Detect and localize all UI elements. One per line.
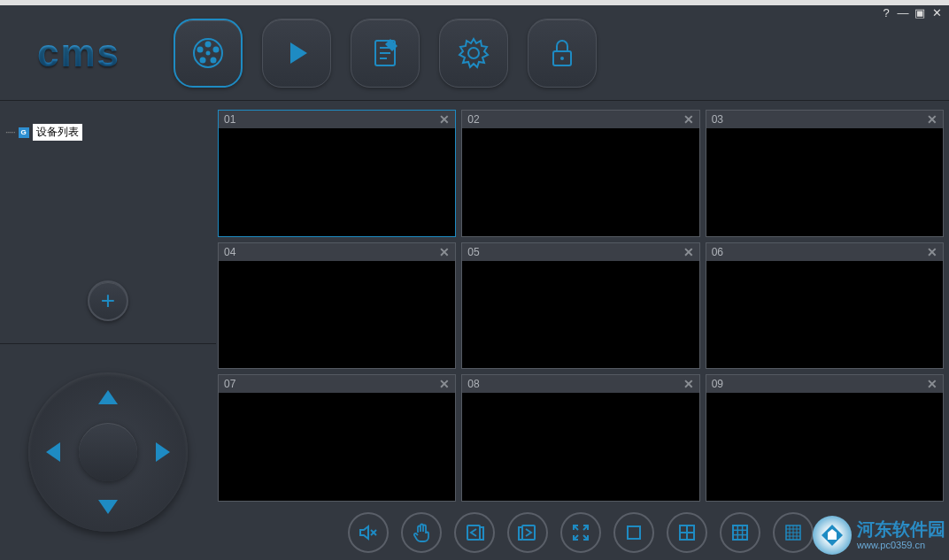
- video-cell-header: 05✕: [462, 243, 698, 261]
- video-cell-header: 06✕: [706, 243, 943, 261]
- video-cell-03[interactable]: 03✕: [706, 110, 944, 237]
- hand-icon: [411, 522, 432, 543]
- ptz-left-button[interactable]: [46, 442, 60, 462]
- svg-point-3: [211, 57, 217, 63]
- video-cell-id: 04: [224, 246, 235, 258]
- page-prev-icon: [464, 522, 485, 543]
- video-cell-09[interactable]: 09✕: [706, 374, 944, 502]
- prev-page-button[interactable]: [454, 512, 495, 553]
- minimize-button[interactable]: —: [896, 5, 910, 19]
- video-cell-header: 09✕: [706, 375, 943, 393]
- video-cell-close-button[interactable]: ✕: [927, 112, 937, 127]
- arrow-up-icon: [98, 390, 118, 404]
- app-header: cms: [0, 5, 949, 101]
- svg-point-1: [205, 41, 212, 47]
- svg-rect-16: [467, 525, 480, 540]
- device-group-icon: G: [19, 127, 29, 138]
- device-list-label: 设备列表: [33, 124, 82, 141]
- device-list-root[interactable]: ······ G 设备列表: [5, 124, 211, 141]
- video-cell-id: 05: [467, 246, 479, 258]
- tree-expand-dots: ······: [5, 127, 15, 137]
- fullscreen-button[interactable]: [560, 512, 601, 553]
- nav-settings-button[interactable]: [439, 19, 508, 88]
- video-cell-header: 02✕: [462, 111, 698, 128]
- video-cell-05[interactable]: 05✕: [461, 242, 699, 370]
- video-cell-close-button[interactable]: ✕: [927, 377, 937, 391]
- help-button[interactable]: ?: [879, 5, 893, 19]
- video-cell-07[interactable]: 07✕: [218, 374, 456, 502]
- ptz-down-button[interactable]: [98, 500, 118, 514]
- hand-button[interactable]: [401, 512, 442, 553]
- video-cell-id: 03: [712, 113, 723, 126]
- window-controls: ? — ▣ ✕: [879, 5, 944, 19]
- fullscreen-icon: [570, 522, 591, 543]
- mute-button[interactable]: [348, 512, 389, 553]
- layout-4-button[interactable]: [667, 512, 707, 553]
- maximize-button[interactable]: ▣: [913, 5, 927, 19]
- video-cell-close-button[interactable]: ✕: [439, 245, 450, 259]
- video-cell-close-button[interactable]: ✕: [683, 245, 694, 259]
- gear-icon: [456, 35, 491, 71]
- video-cell-08[interactable]: 08✕: [461, 374, 699, 502]
- lock-icon: [544, 35, 580, 71]
- layout-single-icon: [623, 522, 644, 543]
- layout-more-button[interactable]: [773, 512, 814, 553]
- video-cell-close-button[interactable]: ✕: [927, 245, 937, 259]
- main-nav: [174, 19, 597, 88]
- svg-rect-18: [628, 526, 640, 539]
- add-device-button[interactable]: +: [88, 280, 128, 321]
- layout-quad-icon: [676, 522, 698, 543]
- svg-point-5: [197, 46, 204, 52]
- nav-log-button[interactable]: [351, 19, 420, 88]
- nav-play-button[interactable]: [262, 19, 331, 88]
- nav-lock-button[interactable]: [528, 19, 597, 88]
- svg-point-13: [560, 57, 564, 60]
- video-cell-02[interactable]: 02✕: [461, 110, 699, 237]
- film-reel-icon: [190, 35, 226, 71]
- video-cell-header: 01✕: [219, 111, 455, 128]
- video-cell-id: 08: [467, 378, 479, 390]
- video-cell-header: 04✕: [219, 243, 455, 261]
- next-page-button[interactable]: [507, 512, 548, 553]
- ptz-up-button[interactable]: [98, 390, 118, 404]
- svg-rect-22: [733, 525, 747, 540]
- video-cell-header: 08✕: [462, 375, 698, 393]
- arrow-left-icon: [46, 442, 60, 462]
- document-edit-icon: [367, 35, 403, 71]
- sidebar: ······ G 设备列表 +: [0, 101, 216, 560]
- video-cell-01[interactable]: 01✕: [218, 110, 456, 237]
- svg-point-11: [468, 48, 479, 58]
- video-cell-header: 07✕: [219, 375, 455, 393]
- svg-rect-17: [522, 525, 535, 540]
- video-cell-id: 01: [224, 113, 235, 126]
- video-cell-id: 06: [712, 246, 723, 258]
- play-icon: [279, 35, 314, 71]
- video-cell-close-button[interactable]: ✕: [439, 377, 450, 391]
- video-cell-06[interactable]: 06✕: [706, 242, 944, 370]
- video-cell-close-button[interactable]: ✕: [683, 112, 694, 127]
- ptz-control: [0, 344, 216, 560]
- arrow-right-icon: [156, 442, 170, 462]
- video-cell-04[interactable]: 04✕: [218, 242, 456, 370]
- video-cell-close-button[interactable]: ✕: [439, 112, 450, 127]
- bottom-toolbar: [218, 502, 944, 555]
- content-area: 01✕02✕03✕04✕05✕06✕07✕08✕09✕: [216, 101, 949, 560]
- arrow-down-icon: [98, 500, 118, 514]
- layout-nine-icon: [729, 522, 751, 543]
- ptz-center-button[interactable]: [79, 423, 137, 481]
- svg-point-4: [200, 57, 206, 63]
- speaker-mute-icon: [358, 522, 379, 543]
- ptz-dpad: [28, 372, 188, 532]
- device-tree: ······ G 设备列表 +: [0, 101, 216, 344]
- close-button[interactable]: ✕: [930, 5, 944, 19]
- layout-1-button[interactable]: [613, 512, 654, 553]
- svg-point-2: [213, 46, 220, 52]
- video-cell-close-button[interactable]: ✕: [683, 377, 694, 391]
- ptz-right-button[interactable]: [156, 442, 170, 462]
- video-cell-id: 07: [224, 378, 235, 390]
- layout-9-button[interactable]: [720, 512, 760, 553]
- video-cell-id: 09: [712, 378, 723, 390]
- video-cell-id: 02: [467, 113, 479, 126]
- nav-record-button[interactable]: [174, 19, 243, 88]
- svg-point-6: [206, 50, 211, 55]
